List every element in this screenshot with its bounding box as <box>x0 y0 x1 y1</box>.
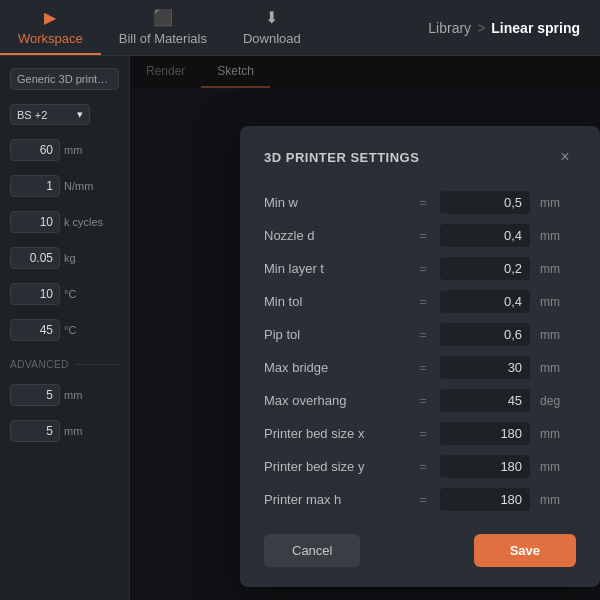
adv2-row: mm <box>10 420 119 442</box>
length-input[interactable] <box>10 139 60 161</box>
cycles-input[interactable] <box>10 211 60 233</box>
nav-download-label: Download <box>243 31 301 46</box>
field-input-cell-3 <box>436 285 534 318</box>
field-eq-4: = <box>411 318 436 351</box>
modal-title: 3D PRINTER SETTINGS <box>264 150 419 165</box>
field-input-7[interactable] <box>440 422 530 445</box>
settings-row: Nozzle d = mm <box>264 219 576 252</box>
top-nav: ▶ Workspace ⬛ Bill of Materials ⬇ Downlo… <box>0 0 600 56</box>
field-input-cell-7 <box>436 417 534 450</box>
series-row: BS +2 ▾ <box>10 104 119 125</box>
field-input-cell-4 <box>436 318 534 351</box>
temp2-row: °C <box>10 319 119 341</box>
settings-row: Printer bed size x = mm <box>264 417 576 450</box>
printer-settings-modal: 3D PRINTER SETTINGS × Min w = mm Nozzle … <box>240 126 600 587</box>
advanced-label: ADVANCED <box>10 359 69 370</box>
field-input-8[interactable] <box>440 455 530 478</box>
cancel-button[interactable]: Cancel <box>264 534 360 567</box>
field-input-cell-8 <box>436 450 534 483</box>
adv2-input[interactable] <box>10 420 60 442</box>
modal-overlay: 3D PRINTER SETTINGS × Min w = mm Nozzle … <box>130 56 600 600</box>
field-input-0[interactable] <box>440 191 530 214</box>
field-unit-7: mm <box>534 417 576 450</box>
printer-label[interactable]: Generic 3D printer (F <box>10 68 119 90</box>
field-input-2[interactable] <box>440 257 530 280</box>
settings-row: Pip tol = mm <box>264 318 576 351</box>
adv1-input[interactable] <box>10 384 60 406</box>
field-label-7: Printer bed size x <box>264 417 411 450</box>
field-label-8: Printer bed size y <box>264 450 411 483</box>
series-select[interactable]: BS +2 ▾ <box>10 104 90 125</box>
chevron-down-icon: ▾ <box>77 108 83 121</box>
field-eq-3: = <box>411 285 436 318</box>
field-unit-5: mm <box>534 351 576 384</box>
breadcrumb-parent: Library <box>428 20 471 36</box>
field-unit-2: mm <box>534 252 576 285</box>
field-unit-1: mm <box>534 219 576 252</box>
modal-header: 3D PRINTER SETTINGS × <box>264 146 576 168</box>
field-eq-0: = <box>411 186 436 219</box>
printer-row: Generic 3D printer (F <box>10 68 119 90</box>
adv1-unit: mm <box>64 389 82 401</box>
field-input-cell-0 <box>436 186 534 219</box>
field-eq-5: = <box>411 351 436 384</box>
breadcrumb: Library > Linear spring <box>408 0 600 55</box>
settings-row: Printer max h = mm <box>264 483 576 516</box>
field-eq-1: = <box>411 219 436 252</box>
nav-bom[interactable]: ⬛ Bill of Materials <box>101 0 225 55</box>
save-button[interactable]: Save <box>474 534 576 567</box>
field-unit-0: mm <box>534 186 576 219</box>
field-input-5[interactable] <box>440 356 530 379</box>
settings-row: Max bridge = mm <box>264 351 576 384</box>
field-input-4[interactable] <box>440 323 530 346</box>
length-unit: mm <box>64 144 82 156</box>
temp2-unit: °C <box>64 324 76 336</box>
temp2-input[interactable] <box>10 319 60 341</box>
weight-input[interactable] <box>10 247 60 269</box>
modal-close-button[interactable]: × <box>554 146 576 168</box>
left-sidebar: Generic 3D printer (F BS +2 ▾ mm N/mm k … <box>0 56 130 600</box>
settings-row: Min layer t = mm <box>264 252 576 285</box>
field-label-1: Nozzle d <box>264 219 411 252</box>
field-input-9[interactable] <box>440 488 530 511</box>
settings-row: Min w = mm <box>264 186 576 219</box>
field-eq-9: = <box>411 483 436 516</box>
field-label-5: Max bridge <box>264 351 411 384</box>
field-label-0: Min w <box>264 186 411 219</box>
breadcrumb-separator: > <box>477 20 485 36</box>
modal-footer: Cancel Save <box>264 534 576 567</box>
field-eq-8: = <box>411 450 436 483</box>
field-label-2: Min layer t <box>264 252 411 285</box>
settings-row: Max overhang = deg <box>264 384 576 417</box>
field-input-6[interactable] <box>440 389 530 412</box>
field-input-cell-5 <box>436 351 534 384</box>
field-label-4: Pip tol <box>264 318 411 351</box>
field-unit-3: mm <box>534 285 576 318</box>
nav-download[interactable]: ⬇ Download <box>225 0 319 55</box>
length-row: mm <box>10 139 119 161</box>
field-input-1[interactable] <box>440 224 530 247</box>
settings-row: Printer bed size y = mm <box>264 450 576 483</box>
breadcrumb-current: Linear spring <box>491 20 580 36</box>
cycles-row: k cycles <box>10 211 119 233</box>
download-icon: ⬇ <box>265 8 278 27</box>
temp1-row: °C <box>10 283 119 305</box>
field-unit-9: mm <box>534 483 576 516</box>
field-unit-6: deg <box>534 384 576 417</box>
temp1-input[interactable] <box>10 283 60 305</box>
field-label-3: Min tol <box>264 285 411 318</box>
stiffness-row: N/mm <box>10 175 119 197</box>
adv2-unit: mm <box>64 425 82 437</box>
nav-workspace[interactable]: ▶ Workspace <box>0 0 101 55</box>
field-label-9: Printer max h <box>264 483 411 516</box>
nav-workspace-label: Workspace <box>18 31 83 46</box>
field-input-cell-6 <box>436 384 534 417</box>
field-input-cell-9 <box>436 483 534 516</box>
right-content: Render Sketch <box>130 56 600 600</box>
field-unit-8: mm <box>534 450 576 483</box>
bom-icon: ⬛ <box>153 8 173 27</box>
field-input-3[interactable] <box>440 290 530 313</box>
nav-bom-label: Bill of Materials <box>119 31 207 46</box>
stiffness-input[interactable] <box>10 175 60 197</box>
weight-row: kg <box>10 247 119 269</box>
